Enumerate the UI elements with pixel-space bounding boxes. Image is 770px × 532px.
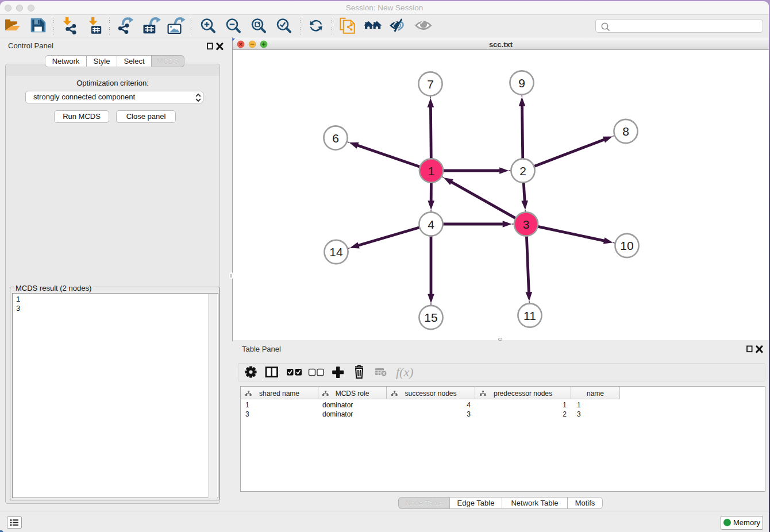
svg-text:2: 2 (519, 164, 526, 178)
svg-text:6: 6 (332, 132, 339, 145)
svg-text:3: 3 (523, 218, 530, 231)
svg-text:8: 8 (622, 125, 629, 138)
svg-text:1: 1 (428, 164, 435, 178)
svg-text:14: 14 (329, 245, 343, 259)
svg-text:11: 11 (523, 309, 536, 322)
svg-text:15: 15 (424, 311, 437, 324)
svg-text:4: 4 (428, 218, 434, 231)
svg-text:9: 9 (518, 76, 525, 90)
svg-text:7: 7 (427, 78, 434, 91)
svg-text:f(x): f(x) (396, 365, 414, 379)
svg-text:10: 10 (620, 239, 633, 252)
